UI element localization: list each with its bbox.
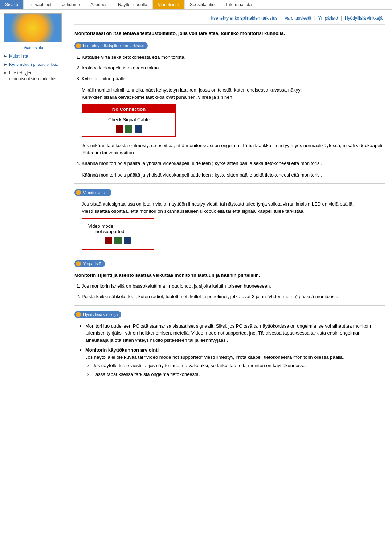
step3-note: Mikäli monitori toimii kunnolla, näet ke… (74, 86, 385, 101)
section4-header-label: Hyödyllisiä vinkkejä (83, 312, 118, 317)
blue-square (135, 125, 142, 133)
section3-list: Jos monitorin lähellä on bassokaiuttimia… (74, 283, 385, 300)
video-red-square (105, 237, 112, 244)
sec-nav-link-2[interactable]: Ympäristö (318, 16, 338, 21)
secondary-nav: Itse tehty erikoispiirteiden tarkistus |… (74, 13, 385, 25)
section3-item-1: Poista kaikki sähkölaitteet, kuten radio… (82, 293, 385, 300)
video-green-square (114, 237, 122, 244)
no-connection-box: No Connection Check Signal Cable (82, 104, 176, 137)
sec-nav-link-0[interactable]: Itse tehty erikoispiirteiden tarkistus (211, 16, 277, 21)
section3-item-0: Jos monitorin lähellä on bassokaiuttimia… (82, 283, 385, 290)
sidebar-link-muistilista[interactable]: ► Muistilista (4, 53, 63, 60)
section1-header-label: Itse tehty erikoispiirteiden tarkistus (83, 44, 144, 48)
no-connection-header: No Connection (82, 105, 175, 113)
sidebar-link-text: Muistilista (9, 53, 28, 60)
section4-list: Monitori luo uudelleen PC :stä saamansa … (74, 323, 385, 378)
sidebar-link-text: Kysymyksiä ja vastauksia (9, 62, 58, 68)
sidebar: Vianetsintä ► Muistilista ► Kysymyksiä j… (0, 10, 67, 386)
section1-dot (76, 43, 81, 48)
sidebar-thumbnail (4, 13, 62, 42)
step-3: Kytke monitori päälle. (82, 75, 385, 82)
sidebar-link-kysymyksia[interactable]: ► Kysymyksiä ja vastauksia (4, 62, 63, 68)
section4-bullet-1: Monitorin käyttökunnon arviointi Jos näy… (85, 347, 385, 378)
no-connection-body: Check Signal Cable (82, 113, 175, 136)
main-content: Itse tehty erikoispiirteiden tarkistus |… (67, 10, 392, 386)
divider-3 (74, 305, 385, 306)
nav-spesifikaatiot[interactable]: Spesifikaatiot (185, 0, 221, 9)
nav-johdanto[interactable]: Johdanto (57, 0, 85, 9)
nav-asennus[interactable]: Asennus (85, 0, 113, 9)
red-square (116, 125, 123, 133)
sidebar-arrow-icon: ► (4, 54, 8, 58)
sidebar-section-label: Vianetsintä (4, 45, 63, 50)
green-square (125, 125, 132, 133)
section4-sub-list: Jos näytölle tulee viesti tai jos näyttö… (85, 362, 385, 378)
video-mode-box: Video mode not supported (82, 218, 154, 250)
check-signal-text: Check Signal Cable (86, 117, 172, 122)
page-layout: Vianetsintä ► Muistilista ► Kysymyksiä j… (0, 10, 392, 386)
video-blue-square (124, 237, 131, 244)
section2-text: Jos sisääntulosignaalissa on jotain vial… (74, 200, 385, 215)
no-connection-note: Jos mikään laatikoista ei ilmesty, se os… (74, 142, 385, 156)
divider-2 (74, 255, 385, 255)
step4-repeat: Käännä monitori pois päältä ja yhdistä v… (74, 171, 385, 179)
section4-sub-item-0: Jos näytölle tulee viesti tai jos näyttö… (93, 362, 385, 369)
sec-nav-link-3[interactable]: Hyödyllisiä vinkkejä (345, 16, 383, 21)
sidebar-arrow-icon: ► (4, 70, 8, 75)
nav-informaatiota[interactable]: Informaatiota (221, 0, 257, 9)
section4-dot (76, 312, 81, 317)
nav-nayto-ruudulla[interactable]: Näyttö ruudulla (113, 0, 153, 9)
step-4: Käännä monitori pois päältä ja yhdistä v… (82, 160, 385, 167)
sidebar-thumb-image (4, 14, 61, 42)
nav-turvaohjeet[interactable]: Turvaohjeet (24, 0, 57, 9)
intro-text: Monitorissasi on itse tehtävä testaustoi… (74, 30, 385, 37)
section3-intro: Monitorin sijainti ja asento saattaa vai… (74, 272, 385, 279)
section2-header-label: Varoitusviestit (83, 190, 108, 195)
video-mode-text: Video mode not supported (88, 223, 148, 234)
sec-nav-link-1[interactable]: Varoitusviestit (285, 16, 311, 21)
section4-header: Hyödyllisiä vinkkejä (74, 311, 121, 318)
section3-dot (76, 261, 81, 266)
section3-header-label: Ympäristö (83, 262, 101, 266)
step-1: Katkaise virta sekä tietokoneesta että m… (82, 54, 385, 61)
video-mode-body: Video mode not supported (82, 219, 154, 249)
section4-bullet-0: Monitori luo uudelleen PC :stä saamansa … (85, 323, 385, 344)
top-nav: Sisältö Turvaohjeet Johdanto Asennus Näy… (0, 0, 392, 10)
video-color-squares (88, 237, 148, 244)
sidebar-link-text-active: Itse tehtyjen ominaisuuksien tarkistus (9, 70, 63, 82)
sidebar-link-itse[interactable]: ► Itse tehtyjen ominaisuuksien tarkistus (4, 70, 63, 82)
section4-sub-item-1: Tässä tapauksessa tarkista ongelma tieto… (93, 371, 385, 378)
step-2: Irrota videokaapeli tietokoneen takaa. (82, 64, 385, 72)
section1-header: Itse tehty erikoispiirteiden tarkistus (74, 42, 148, 49)
color-squares (86, 125, 172, 133)
steps-list: Katkaise virta sekä tietokoneesta että m… (74, 54, 385, 82)
step4-list: Käännä monitori pois päältä ja yhdistä v… (74, 160, 385, 167)
section3-header: Ympäristö (74, 260, 105, 267)
section2-header: Varoitusviestit (74, 189, 111, 196)
nav-sisalto[interactable]: Sisältö (0, 0, 24, 9)
section2-dot (76, 190, 81, 195)
divider-1 (74, 183, 385, 184)
nav-vianetsinta[interactable]: Vianetsintä (153, 0, 185, 9)
section4-bullet1-title: Monitorin käyttökunnon arviointi (85, 347, 159, 353)
section4-bullet1-text: Jos näytöllä ei ole kuvaa tai "Video mod… (85, 355, 344, 360)
sidebar-arrow-icon: ► (4, 62, 8, 66)
